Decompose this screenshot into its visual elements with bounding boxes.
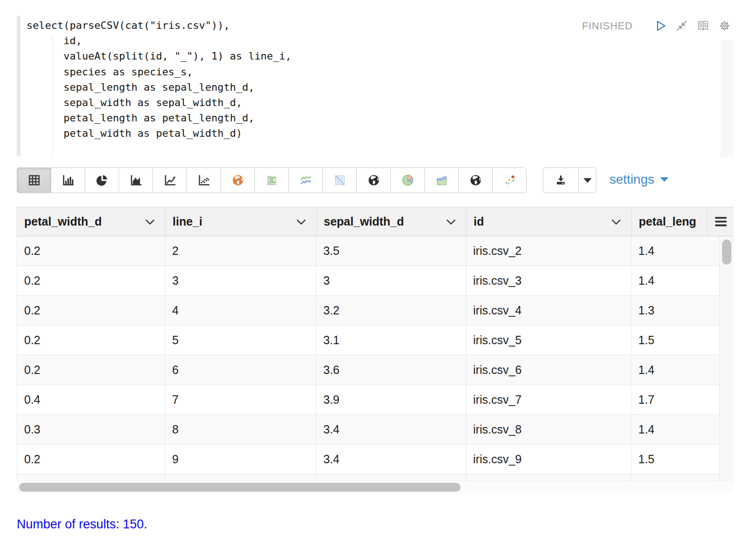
compress-icon <box>675 19 689 33</box>
caret-down-icon <box>583 178 592 183</box>
table-cell: iris.csv_3 <box>466 266 631 295</box>
table-cell: 3.2 <box>316 296 466 325</box>
table-cell: 0.2 <box>17 266 165 295</box>
bar-chart-icon <box>60 173 76 187</box>
code-line: id, <box>27 33 292 48</box>
table-cell: iris.csv_5 <box>466 326 631 355</box>
table-row: 0.473.9iris.csv_71.7 <box>17 385 734 415</box>
download-button[interactable] <box>543 168 579 193</box>
chart-type-map-orange-button[interactable] <box>221 168 255 193</box>
table-cell: 3.9 <box>316 385 466 414</box>
pie-chart-icon <box>94 173 110 187</box>
table-row: 0.223.5iris.csv_21.4 <box>17 236 734 266</box>
chevron-down-icon <box>611 219 621 225</box>
chart-type-map-dark-button[interactable] <box>357 168 391 193</box>
gear-icon <box>718 19 731 33</box>
table-cell <box>17 474 165 480</box>
download-options-button[interactable] <box>579 168 596 193</box>
table-row: 0.253.1iris.csv_51.5 <box>17 326 734 355</box>
table-cell: 3 <box>316 266 466 295</box>
chart-type-scatter-color-button[interactable] <box>493 168 526 193</box>
pie-pastel-icon <box>400 173 416 187</box>
table-cell: 0.2 <box>17 445 165 474</box>
chart-type-heatmap-button[interactable] <box>323 168 357 193</box>
table-cell: 7 <box>165 385 316 414</box>
download-icon <box>553 173 568 187</box>
result-table: petal_width_dline_isepal_width_didpetal_… <box>17 207 734 493</box>
code-line: petal_width as petal_width_d) <box>27 126 292 141</box>
horizontal-scrollbar-thumb[interactable] <box>19 483 461 492</box>
download-split-button <box>543 167 596 193</box>
column-header-label: sepal_width_d <box>324 215 404 228</box>
book-icon <box>696 19 710 33</box>
run-button[interactable] <box>654 19 667 33</box>
horizontal-scrollbar[interactable] <box>17 480 734 493</box>
settings-toggle[interactable]: settings <box>609 172 669 187</box>
table-cell: 3.6 <box>316 355 466 385</box>
table-cell: 5 <box>165 326 316 355</box>
column-header-label: id <box>474 215 484 228</box>
table-cell: 9 <box>165 445 316 474</box>
chart-type-area-pastel-button[interactable] <box>425 168 459 193</box>
vertical-scrollbar-thumb[interactable] <box>722 240 731 265</box>
chart-type-pie-pastel-button[interactable] <box>391 168 425 193</box>
table-header-row: petal_width_dline_isepal_width_didpetal_… <box>17 207 734 236</box>
table-cell: 0.2 <box>17 326 165 355</box>
table-cell: 0.4 <box>17 385 165 414</box>
chart-type-area-button[interactable] <box>119 168 153 193</box>
show-editor-button[interactable] <box>696 19 710 33</box>
table-row: 0.383.4iris.csv_81.4 <box>17 415 734 445</box>
chart-type-multi-line-button[interactable] <box>289 168 323 193</box>
code-line: valueAt(split(id, "_"), 1) as line_i, <box>27 48 292 64</box>
chart-type-bubble-matrix-button[interactable] <box>255 168 289 193</box>
chart-type-map-dark-2-button[interactable] <box>459 168 493 193</box>
paragraph-settings-button[interactable] <box>718 19 731 33</box>
table-cell: 1.4 <box>631 236 719 266</box>
results-count: Number of results: 150. <box>17 517 147 532</box>
editor-scrollbar[interactable] <box>721 40 733 157</box>
editor-gutter <box>17 16 20 156</box>
vertical-scrollbar[interactable] <box>719 236 734 480</box>
chart-type-bar-button[interactable] <box>51 168 85 193</box>
column-header-label: line_i <box>173 215 202 228</box>
table-cell: 0.2 <box>17 236 165 266</box>
column-header-id[interactable]: id <box>467 207 632 236</box>
code-block[interactable]: select(parseCSV(cat("iris.csv")), id, va… <box>27 18 292 141</box>
chart-type-pie-button[interactable] <box>85 168 119 193</box>
collapse-button[interactable] <box>675 19 689 33</box>
table-cell: 1.5 <box>631 445 719 474</box>
table-cell: 0.2 <box>17 355 165 385</box>
table-cell: 3.4 <box>316 445 466 474</box>
line-chart-icon <box>162 173 178 187</box>
table-cell: 3.5 <box>316 236 466 266</box>
table-menu-cell[interactable] <box>708 207 734 236</box>
scatter-color-icon <box>502 173 518 187</box>
code-line: select(parseCSV(cat("iris.csv")), <box>27 18 292 33</box>
chart-type-scatter-button[interactable] <box>187 168 221 193</box>
status-badge: FINISHED <box>582 20 633 32</box>
table-cell <box>631 474 719 480</box>
settings-label: settings <box>609 172 655 187</box>
table-cell: 1.4 <box>631 355 719 385</box>
column-header-petal_leng[interactable]: petal_leng <box>632 207 708 236</box>
table-row: 0.293.4iris.csv_91.5 <box>17 445 734 474</box>
chart-type-group <box>17 167 527 193</box>
table-body: 0.223.5iris.csv_21.40.233iris.csv_31.40.… <box>17 236 734 480</box>
indent-guide <box>53 36 53 154</box>
table-cell: iris.csv_8 <box>466 415 631 444</box>
table-cell: 1.7 <box>631 385 719 414</box>
code-line: species as species_s, <box>27 64 292 80</box>
column-header-line_i[interactable]: line_i <box>166 207 317 236</box>
table-cell: 0.3 <box>17 415 165 444</box>
column-header-petal_width_d[interactable]: petal_width_d <box>17 207 166 236</box>
chevron-down-icon <box>145 219 155 225</box>
table-cell: 3.4 <box>316 415 466 444</box>
chart-type-table-button[interactable] <box>17 168 51 193</box>
table-cell: iris.csv_6 <box>466 355 631 385</box>
table-cell <box>466 474 631 480</box>
caret-down-icon <box>660 177 669 182</box>
code-line: petal_length as petal_length_d, <box>27 110 292 126</box>
chart-type-line-button[interactable] <box>153 168 187 193</box>
column-header-sepal_width_d[interactable]: sepal_width_d <box>317 207 467 236</box>
code-editor[interactable]: select(parseCSV(cat("iris.csv")), id, va… <box>17 16 734 158</box>
